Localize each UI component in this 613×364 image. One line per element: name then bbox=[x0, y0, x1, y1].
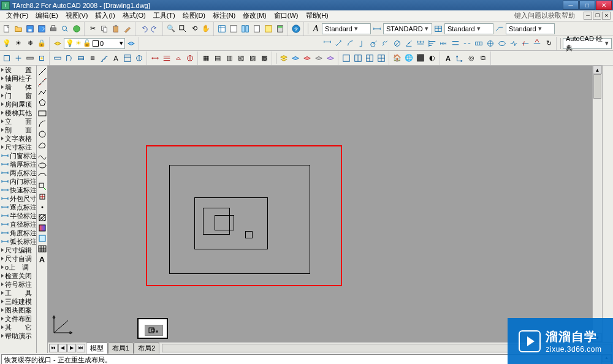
bulb-icon[interactable]: 💡 bbox=[1, 38, 12, 49]
dim-jogline-button[interactable] bbox=[508, 38, 519, 49]
render-1-button[interactable]: 🏠 bbox=[392, 53, 403, 64]
sidebar-item[interactable]: o上 调 bbox=[0, 263, 36, 271]
circle-button[interactable] bbox=[37, 129, 47, 139]
line-button[interactable] bbox=[37, 67, 47, 77]
freeze-icon[interactable]: ❄ bbox=[25, 38, 36, 49]
dim-baseline-button[interactable] bbox=[427, 38, 438, 49]
sidebar-item[interactable]: 设 置 bbox=[0, 66, 36, 74]
spline-button[interactable] bbox=[37, 150, 47, 160]
print-button[interactable] bbox=[48, 23, 59, 34]
plot-preview-button[interactable] bbox=[59, 23, 70, 34]
tab-next-button[interactable]: ▶ bbox=[67, 344, 76, 352]
tarch-dim-1[interactable] bbox=[150, 53, 161, 64]
zoom-realtime-button[interactable]: 🔍 bbox=[166, 23, 177, 34]
tarch-misc-2[interactable]: ▤ bbox=[212, 53, 223, 64]
tab-prev-button[interactable]: ◀ bbox=[58, 344, 67, 352]
tab-model[interactable]: 模型 bbox=[86, 343, 108, 354]
layer-lock-button[interactable] bbox=[325, 53, 336, 64]
sidebar-item[interactable]: 其 它 bbox=[0, 323, 36, 332]
menu-edit[interactable]: 编辑(E) bbox=[32, 10, 62, 21]
dim-inspect-button[interactable] bbox=[497, 38, 508, 49]
insert-block-button[interactable] bbox=[37, 181, 47, 191]
menu-view[interactable]: 视图(V) bbox=[62, 10, 92, 21]
xline-button[interactable] bbox=[37, 77, 47, 87]
sidebar-item[interactable]: 角度标注 bbox=[0, 229, 36, 237]
sidebar-item[interactable]: 两点标注 bbox=[0, 169, 36, 177]
sidebar-item[interactable]: 房间屋顶 bbox=[0, 100, 36, 108]
dim-ordinate-button[interactable] bbox=[357, 38, 368, 49]
sidebar-item[interactable]: 轴网柱子 bbox=[0, 74, 36, 83]
tarch-misc-1[interactable]: ▦ bbox=[200, 53, 211, 64]
layer-freeze-button[interactable] bbox=[302, 53, 313, 64]
render-2-button[interactable]: 🌐 bbox=[403, 53, 414, 64]
tarch-btn-3[interactable] bbox=[25, 53, 36, 64]
sidebar-item[interactable]: 直径标注 bbox=[0, 220, 36, 229]
rectangle-button[interactable] bbox=[37, 108, 47, 118]
tab-layout1[interactable]: 布局1 bbox=[108, 343, 134, 354]
layer-iso-button[interactable] bbox=[290, 53, 301, 64]
layer-match-button[interactable]: ◎ bbox=[466, 53, 477, 64]
layer-properties-button[interactable] bbox=[52, 38, 63, 49]
mdi-close-button[interactable]: ✕ bbox=[602, 12, 611, 20]
tab-layout2[interactable]: 布局2 bbox=[134, 343, 159, 354]
menu-dimension[interactable]: 标注(N) bbox=[209, 10, 239, 21]
match-props-button[interactable] bbox=[122, 23, 133, 34]
point-button[interactable] bbox=[37, 202, 47, 212]
sidebar-item[interactable]: 墙厚标注 bbox=[0, 160, 36, 169]
save-button[interactable] bbox=[25, 23, 36, 34]
ellipse-button[interactable] bbox=[37, 161, 47, 170]
sidebar-item[interactable]: 帮助演示 bbox=[0, 332, 36, 340]
text-a-button[interactable]: A bbox=[443, 53, 454, 64]
sidebar-item[interactable]: 文字表格 bbox=[0, 134, 36, 143]
dim-update-button[interactable]: ↻ bbox=[543, 38, 554, 49]
layer-stack-icon[interactable] bbox=[278, 53, 289, 64]
region-button[interactable] bbox=[37, 233, 47, 243]
tarch-btn-2[interactable] bbox=[13, 53, 24, 64]
saveas-button[interactable] bbox=[36, 23, 47, 34]
tarch-btn-b[interactable] bbox=[122, 53, 133, 64]
tarch-misc-3[interactable]: ▥ bbox=[224, 53, 235, 64]
design-center-button[interactable] bbox=[228, 23, 239, 34]
maximize-button[interactable]: □ bbox=[579, 1, 595, 10]
tarch-elev-button[interactable] bbox=[173, 53, 184, 64]
tarch-sidebar[interactable]: 设 置轴网柱子墙 体门 窗房间屋顶楼梯其他立 面剖 面文字表格尺寸标注门窗标注墙… bbox=[0, 66, 37, 353]
sidebar-item[interactable]: 尺寸编辑 bbox=[0, 246, 36, 254]
sidebar-item[interactable]: 半径标注 bbox=[0, 211, 36, 220]
menu-format[interactable]: 格式(O) bbox=[119, 10, 150, 21]
table-button[interactable] bbox=[37, 244, 47, 254]
sidebar-item[interactable]: 门 窗 bbox=[0, 91, 36, 100]
viewport-4-button[interactable] bbox=[376, 53, 387, 64]
polygon-button[interactable] bbox=[37, 98, 47, 108]
layout-thumbnail[interactable] bbox=[137, 318, 168, 339]
scroll-up-button[interactable]: ▲ bbox=[593, 66, 602, 74]
sidebar-item[interactable]: 三维建模 bbox=[0, 297, 36, 306]
menu-draw[interactable]: 绘图(D) bbox=[179, 10, 209, 21]
dim-diameter-button[interactable] bbox=[392, 38, 403, 49]
tarch-btn-4[interactable] bbox=[36, 53, 47, 64]
tarch-misc-5[interactable]: ▨ bbox=[247, 53, 258, 64]
menu-tools[interactable]: 工具(T) bbox=[150, 10, 179, 21]
dim-linear-button[interactable] bbox=[322, 38, 333, 49]
sidebar-item[interactable]: 尺寸标注 bbox=[0, 143, 36, 151]
tarch-misc-6[interactable]: ▩ bbox=[259, 53, 270, 64]
tab-last-button[interactable]: ⏭ bbox=[77, 344, 85, 352]
layer-combo[interactable]: 💡☀🔓 0 ▾ bbox=[64, 38, 125, 49]
sidebar-item[interactable]: 工 具 bbox=[0, 289, 36, 297]
minimize-button[interactable]: ─ bbox=[563, 1, 579, 10]
vertical-scrollbar[interactable]: ▲ ▼ bbox=[592, 66, 602, 342]
dim-style-combo[interactable]: STANDARD▾ bbox=[383, 23, 432, 34]
tarch-wall-button[interactable] bbox=[52, 53, 63, 64]
tarch-btn-a[interactable]: A bbox=[110, 53, 121, 64]
sun-icon[interactable]: ☀ bbox=[13, 38, 24, 49]
zoom-previous-button[interactable]: ⟲ bbox=[189, 23, 200, 34]
menu-window[interactable]: 窗口(W) bbox=[270, 10, 302, 21]
undo-button[interactable] bbox=[138, 23, 149, 34]
center-mark-button[interactable] bbox=[485, 38, 496, 49]
calculator-button[interactable] bbox=[275, 23, 286, 34]
tarch-window-button[interactable] bbox=[75, 53, 86, 64]
open-file-button[interactable] bbox=[13, 23, 24, 34]
viewport-2-button[interactable] bbox=[352, 53, 364, 64]
menu-modify[interactable]: 修改(M) bbox=[239, 10, 270, 21]
scroll-thumb[interactable] bbox=[593, 74, 601, 99]
dim-aligned-button[interactable] bbox=[333, 38, 345, 49]
